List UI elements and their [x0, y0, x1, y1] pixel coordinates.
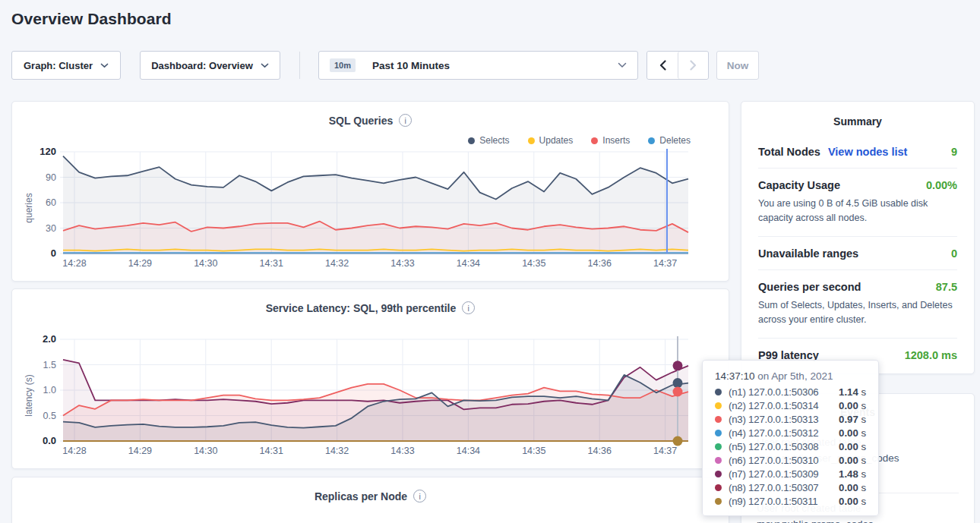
svg-text:30: 30: [46, 223, 56, 234]
node-address: (n3) 127.0.0.1:50313: [729, 414, 818, 425]
node-latency-value: 0.00 s: [839, 427, 866, 439]
dashboard-dropdown[interactable]: Dashboard: Overview: [140, 51, 280, 80]
node-color-dot-icon: [715, 471, 722, 477]
summary-title: Summary: [758, 115, 957, 128]
svg-text:14:36: 14:36: [588, 258, 612, 269]
capacity-usage-description: You are using 0 B of 4.5 GiB usable disk…: [758, 197, 957, 226]
svg-text:90: 90: [46, 172, 56, 183]
svg-text:14:37: 14:37: [653, 258, 677, 269]
hover-dot: [673, 436, 683, 446]
replicas-chart-title: Replicas per Node: [315, 490, 407, 503]
node-color-dot-icon: [715, 457, 722, 464]
info-icon[interactable]: i: [413, 490, 426, 503]
node-latency-value: 0.00 s: [839, 441, 866, 452]
tooltip-node-row: (n9) 127.0.0.1:503110.00 s: [715, 494, 866, 508]
svg-text:14:31: 14:31: [260, 258, 283, 269]
tooltip-node-row: (n2) 127.0.0.1:503140.00 s: [715, 399, 866, 412]
queries-per-second-value: 87.5: [936, 281, 957, 293]
hover-dot: [673, 378, 683, 388]
queries-per-second-label: Queries per second: [758, 281, 861, 293]
svg-text:14:34: 14:34: [457, 446, 480, 456]
sql-queries-chart[interactable]: 14:2814:2914:3014:3114:3214:3314:3414:35…: [12, 102, 730, 282]
tooltip-timestamp: 14:37:10 on Apr 5th, 2021: [715, 370, 866, 382]
svg-text:0.5: 0.5: [43, 411, 56, 421]
svg-text:14:37: 14:37: [653, 446, 677, 456]
tooltip-node-row: (n6) 127.0.0.1:503100.00 s: [715, 453, 866, 467]
node-latency-value: 0.00 s: [839, 482, 866, 493]
svg-text:14:35: 14:35: [522, 258, 545, 269]
svg-text:14:32: 14:32: [325, 446, 349, 456]
graph-dropdown[interactable]: Graph: Cluster: [11, 51, 121, 80]
chart-hover-tooltip: 14:37:10 on Apr 5th, 2021 (n1) 127.0.0.1…: [702, 360, 879, 516]
svg-text:60: 60: [46, 197, 56, 208]
service-latency-chart[interactable]: 14:2814:2914:3014:3114:3214:3314:3414:35…: [12, 289, 730, 470]
node-color-dot-icon: [715, 402, 722, 409]
svg-text:14:33: 14:33: [390, 446, 414, 456]
view-nodes-list-link[interactable]: View nodes list: [828, 146, 908, 158]
chevron-down-icon: [261, 63, 269, 68]
tooltip-node-row: (n1) 127.0.0.1:503061.14 s: [715, 385, 866, 399]
node-latency-value: 0.00 s: [839, 455, 866, 466]
total-nodes-value: 9: [951, 146, 957, 158]
node-address: (n6) 127.0.0.1:50310: [729, 455, 818, 466]
graph-dropdown-label: Graph: Cluster: [24, 60, 93, 71]
summary-row-queries-per-second: Queries per second 87.5 Sum of Selects, …: [758, 269, 957, 338]
node-address: (n8) 127.0.0.1:50307: [729, 482, 818, 493]
tooltip-node-row: (n7) 127.0.0.1:503091.48 s: [715, 467, 866, 480]
svg-text:2.0: 2.0: [43, 333, 56, 345]
time-range-dropdown[interactable]: 10m Past 10 Minutes: [318, 51, 638, 80]
summary-row-unavailable-ranges: Unavailable ranges 0: [758, 236, 957, 269]
node-color-dot-icon: [715, 484, 722, 491]
summary-row-capacity-usage: Capacity Usage 0.00% You are using 0 B o…: [758, 168, 957, 236]
node-address: (n4) 127.0.0.1:50312: [729, 427, 818, 439]
svg-text:1.0: 1.0: [43, 385, 56, 395]
replicas-per-node-chart-card: Replicas per Node i: [11, 477, 729, 523]
svg-text:14:36: 14:36: [588, 446, 612, 456]
hover-dot: [673, 361, 683, 370]
svg-text:14:30: 14:30: [194, 258, 217, 269]
chevron-down-icon: [100, 63, 109, 68]
node-color-dot-icon: [715, 389, 722, 395]
node-address: (n7) 127.0.0.1:50309: [729, 468, 818, 480]
svg-text:0: 0: [51, 247, 56, 259]
chevron-down-icon: [618, 62, 627, 68]
controls-divider: [299, 52, 300, 79]
tooltip-node-row: (n3) 127.0.0.1:503130.97 s: [715, 412, 866, 426]
dashboard-dropdown-label: Dashboard: Overview: [151, 60, 253, 71]
node-latency-value: 1.48 s: [839, 468, 866, 480]
summary-panel: Summary Total Nodes View nodes list 9 Ca…: [741, 101, 975, 374]
sql-queries-chart-card: SQL Queries i SelectsUpdatesInsertsDelet…: [11, 101, 729, 282]
capacity-usage-label: Capacity Usage: [758, 179, 840, 191]
svg-text:14:29: 14:29: [128, 446, 152, 456]
svg-text:14:30: 14:30: [194, 446, 217, 456]
time-prev-button[interactable]: [647, 52, 678, 79]
node-address: (n9) 127.0.0.1:50311: [729, 496, 817, 507]
time-range-label: Past 10 Minutes: [372, 60, 450, 71]
svg-text:14:35: 14:35: [522, 446, 545, 456]
time-range-badge: 10m: [330, 58, 356, 72]
svg-text:0.0: 0.0: [43, 435, 56, 446]
node-latency-value: 1.14 s: [839, 386, 866, 398]
capacity-usage-value: 0.00%: [926, 179, 957, 191]
node-address: (n5) 127.0.0.1:50308: [729, 441, 818, 452]
svg-text:14:28: 14:28: [62, 258, 86, 269]
controls-bar: Graph: Cluster Dashboard: Overview 10m P…: [11, 51, 759, 80]
tooltip-node-row: (n4) 127.0.0.1:503120.00 s: [715, 426, 866, 440]
p99-latency-value: 1208.0 ms: [905, 349, 957, 361]
time-next-button[interactable]: [678, 52, 708, 79]
svg-text:14:31: 14:31: [260, 446, 283, 456]
tooltip-node-row: (n8) 127.0.0.1:503070.00 s: [715, 480, 866, 494]
svg-text:14:28: 14:28: [62, 446, 86, 456]
node-address: (n1) 127.0.0.1:50306: [729, 386, 818, 398]
tooltip-node-row: (n5) 127.0.0.1:503080.00 s: [715, 440, 866, 453]
hover-dot: [673, 387, 683, 397]
svg-text:120: 120: [40, 146, 56, 157]
svg-text:14:34: 14:34: [457, 258, 480, 269]
now-button[interactable]: Now: [716, 51, 759, 80]
node-latency-value: 0.00 s: [839, 400, 866, 411]
service-latency-chart-card: Service Latency: SQL, 99th percentile i …: [11, 288, 729, 469]
node-address: (n2) 127.0.0.1:50314: [729, 400, 818, 411]
node-color-dot-icon: [715, 443, 722, 450]
svg-text:14:29: 14:29: [128, 258, 152, 269]
svg-text:1.5: 1.5: [43, 360, 56, 370]
